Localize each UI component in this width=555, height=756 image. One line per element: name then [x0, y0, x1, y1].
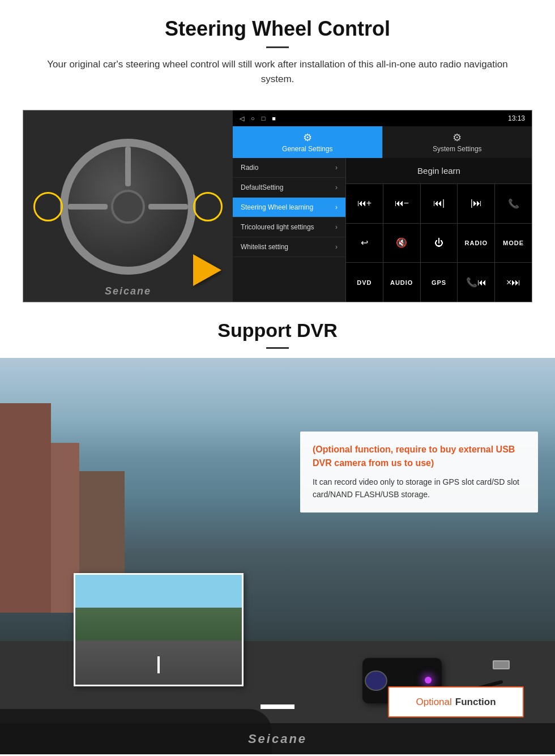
menu-chevron-steering: › [335, 203, 338, 211]
camera-lens [365, 670, 387, 691]
ctrl-next-track[interactable]: |⏭ [458, 184, 494, 223]
dvr-bottom-bar: Seicane [0, 723, 555, 754]
android-tabs: ⚙ General Settings ⚙ System Settings [233, 126, 532, 158]
menu-chevron-tricoloured: › [335, 223, 338, 231]
camera-led-light [425, 677, 432, 684]
begin-learn-label[interactable]: Begin learn [417, 166, 460, 176]
seicane-brand-dvr: Seicane [248, 732, 307, 746]
optional-function-badge: Optional Function [388, 686, 524, 717]
road-marking [261, 704, 294, 709]
ctrl-audio[interactable]: AUDIO [383, 263, 420, 302]
menu-tricoloured-label: Tricoloured light settings [241, 223, 314, 231]
menu-item-default-setting[interactable]: DefaultSetting › [233, 178, 345, 198]
menu-chevron-default: › [335, 183, 338, 191]
dvr-info-box: (Optional function, require to buy exter… [300, 432, 538, 512]
steering-wheel-graphic [60, 139, 196, 275]
menu-item-steering-wheel[interactable]: Steering Wheel learning › [233, 198, 345, 217]
dvr-section: Support DVR (Optional function, require … [0, 302, 555, 754]
menu-whitelist-label: Whitelist setting [241, 243, 288, 251]
android-body: Radio › DefaultSetting › Steering Wheel … [233, 158, 532, 302]
menu-steering-label: Steering Wheel learning [241, 203, 313, 211]
steering-wheel-image: Seicane [23, 110, 233, 302]
android-menu: Radio › DefaultSetting › Steering Wheel … [233, 158, 346, 302]
menu-chevron-radio: › [335, 164, 338, 172]
dvr-header: Support DVR [0, 302, 555, 358]
ctrl-mute[interactable]: 🔇 [383, 224, 420, 263]
menu-chevron-whitelist: › [335, 243, 338, 251]
ctrl-phone[interactable]: 📞 [495, 184, 532, 223]
ctrl-vol-up[interactable]: ⏮+ [346, 184, 383, 223]
system-settings-icon: ⚙ [452, 131, 462, 144]
steering-title: Steering Wheel Control [23, 17, 532, 41]
dvr-camera-thumbnail [74, 573, 244, 686]
sw-spoke-left [68, 204, 108, 210]
menu-icon[interactable]: ■ [272, 115, 276, 122]
ctrl-prev-track[interactable]: ⏮| [421, 184, 458, 223]
ctrl-vol-down[interactable]: ⏮− [383, 184, 420, 223]
menu-item-whitelist[interactable]: Whitelist setting › [233, 237, 345, 257]
android-control-content: Begin learn ⏮+ ⏮− ⏮| |⏭ 📞 ↩ 🔇 ⏻ RADIO MO… [346, 158, 532, 302]
statusbar-nav-icons: ◁ ○ □ ■ [240, 115, 276, 122]
optional-word: Optional [416, 697, 451, 708]
sw-spoke-top [125, 147, 131, 186]
recents-icon[interactable]: □ [262, 115, 266, 122]
back-icon[interactable]: ◁ [240, 115, 244, 122]
ctrl-gps[interactable]: GPS [421, 263, 458, 302]
tab-system-label: System Settings [433, 145, 482, 153]
tab-system-settings[interactable]: ⚙ System Settings [382, 126, 532, 158]
thumbnail-road-marking [157, 656, 160, 673]
dvr-description: It can record video only to storage in G… [313, 476, 526, 501]
title-divider [266, 46, 289, 48]
building-2 [0, 403, 51, 613]
sw-button-left-highlight [33, 192, 63, 221]
dvr-content-area: (Optional function, require to buy exter… [0, 358, 555, 754]
tab-general-label: General Settings [282, 145, 332, 153]
control-button-grid: ⏮+ ⏮− ⏮| |⏭ 📞 ↩ 🔇 ⏻ RADIO MODE DVD AUDIO… [346, 184, 532, 302]
tab-general-settings[interactable]: ⚙ General Settings [233, 126, 382, 158]
ctrl-skip-next[interactable]: ×⏭ [495, 263, 532, 302]
dvr-optional-text: (Optional function, require to buy exter… [313, 443, 526, 470]
menu-radio-label: Radio [241, 164, 258, 172]
home-icon[interactable]: ○ [251, 115, 255, 122]
function-word: Function [455, 697, 496, 708]
menu-item-tricoloured[interactable]: Tricoloured light settings › [233, 217, 345, 237]
ctrl-radio[interactable]: RADIO [458, 224, 494, 263]
menu-item-radio[interactable]: Radio › [233, 158, 345, 178]
ctrl-back[interactable]: ↩ [346, 224, 383, 263]
steering-description: Your original car's steering wheel contr… [45, 57, 510, 86]
ctrl-power[interactable]: ⏻ [421, 224, 458, 263]
ctrl-phone-prev[interactable]: 📞⏮ [458, 263, 494, 302]
ctrl-mode[interactable]: MODE [495, 224, 532, 263]
seicane-watermark-steering: Seicane [105, 285, 151, 297]
sw-spoke-right [148, 204, 188, 210]
usb-connector [493, 660, 510, 669]
statusbar-time: 13:13 [508, 114, 525, 122]
arrow-indicator [193, 254, 221, 286]
gear-settings-icon: ⚙ [303, 131, 312, 144]
android-statusbar: ◁ ○ □ ■ 13:13 [233, 110, 532, 126]
steering-demo: Seicane ◁ ○ □ ■ 13:13 ⚙ General Settings [23, 110, 532, 302]
steering-wheel-section: Steering Wheel Control Your original car… [0, 0, 555, 302]
menu-default-label: DefaultSetting [241, 183, 283, 191]
ctrl-dvd[interactable]: DVD [346, 263, 383, 302]
dvr-title: Support DVR [23, 319, 532, 341]
sw-button-right-highlight [193, 192, 223, 221]
dvr-thumbnail-inner [75, 575, 242, 685]
android-ui-panel: ◁ ○ □ ■ 13:13 ⚙ General Settings ⚙ Syste… [233, 110, 532, 302]
begin-learn-row: Begin learn [346, 158, 532, 184]
dvr-divider [266, 347, 289, 349]
sw-hub [111, 190, 145, 224]
